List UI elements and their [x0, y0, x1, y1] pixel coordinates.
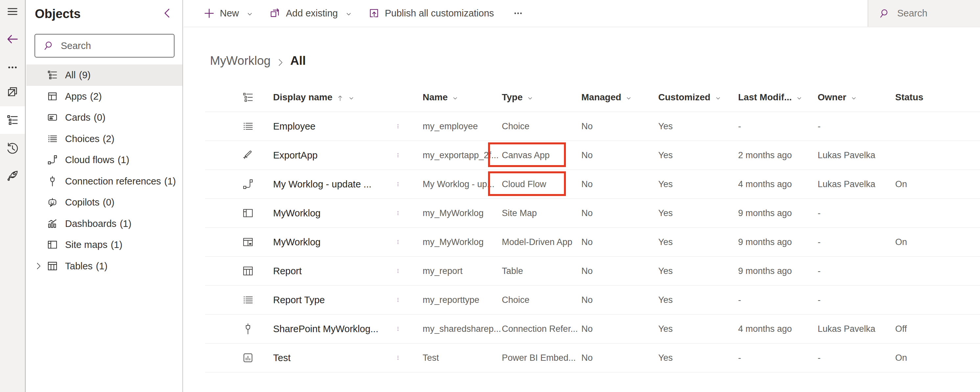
cell-type: Model-Driven App [502, 237, 573, 247]
publish-all-button[interactable]: Publish all customizations [368, 8, 494, 19]
table-row[interactable]: Test Test Power BI Embed... No Yes - - O… [205, 344, 980, 373]
command-overflow-button[interactable] [512, 8, 524, 19]
table-icon [242, 265, 254, 277]
choice-icon [242, 120, 254, 132]
row-menu-button[interactable] [396, 177, 400, 192]
sidebar-item-choices[interactable]: Choices(2) [26, 128, 182, 150]
objects-table: Display name Name Type Managed Cu [205, 83, 980, 373]
back-arrow-icon[interactable] [6, 33, 19, 46]
table-row[interactable]: My Worklog - update ... My Worklog - up.… [205, 170, 980, 199]
annotation-highlight-box [488, 171, 566, 196]
column-header-display-name[interactable]: Display name [273, 92, 355, 103]
cell-type: Site Map [502, 208, 537, 218]
global-search[interactable] [868, 0, 980, 27]
row-menu-button[interactable] [396, 350, 400, 365]
cell-name: My Worklog - up... [423, 179, 495, 190]
chevron-left-icon[interactable] [161, 7, 173, 19]
command-bar: New Add existing Publish all customizati… [184, 0, 980, 27]
cell-type: Choice [502, 295, 530, 305]
cell-last-modified: 4 months ago [738, 324, 792, 334]
cell-type: Power BI Embed... [502, 353, 576, 363]
cell-customized: Yes [658, 208, 673, 218]
breadcrumb-parent[interactable]: MyWorklog [210, 54, 270, 68]
history-icon[interactable] [6, 142, 19, 155]
column-header-last-modified[interactable]: Last Modif... [738, 92, 803, 103]
objects-icon[interactable] [6, 113, 19, 127]
cell-managed: No [581, 353, 593, 363]
add-existing-button[interactable]: Add existing [269, 8, 353, 19]
row-menu-button[interactable] [396, 263, 400, 279]
solutions-icon[interactable] [6, 86, 19, 99]
row-menu-button[interactable] [396, 292, 400, 308]
sidebar-item-connection-references[interactable]: Connection references(1) [26, 171, 182, 192]
cell-last-modified: - [738, 353, 741, 363]
chevron-down-icon [452, 94, 459, 101]
cell-name: my_MyWorklog [423, 208, 484, 218]
cell-display-name[interactable]: SharePoint MyWorklog... [273, 323, 378, 335]
sidebar-item-apps[interactable]: Apps(2) [26, 86, 182, 107]
apps-icon [47, 91, 58, 102]
cell-customized: Yes [658, 295, 673, 305]
chevron-down-icon [850, 94, 858, 101]
sidebar-item-cloud-flows[interactable]: Cloud flows(1) [26, 149, 182, 171]
column-header-owner[interactable]: Owner [818, 92, 858, 103]
table-row[interactable]: Report my_report Table No Yes 9 months a… [205, 257, 980, 286]
chevron-down-icon [625, 94, 632, 101]
cell-display-name[interactable]: Test [273, 352, 291, 363]
column-header-type[interactable]: Type [502, 92, 534, 103]
column-header-status[interactable]: Status [895, 92, 923, 103]
copilots-icon [47, 197, 58, 208]
app-root: Objects All(9) Apps(2) Cards(0) Choices(… [0, 0, 980, 392]
table-row[interactable]: MyWorklog my_MyWorklog Model-Driven App … [205, 228, 980, 257]
cell-name: my_reporttype [423, 295, 479, 305]
table-row[interactable]: MyWorklog my_MyWorklog Site Map No Yes 9… [205, 199, 980, 228]
cell-status: Off [895, 324, 907, 334]
more-icon [512, 8, 524, 19]
select-all-icon[interactable] [242, 91, 254, 104]
table-header-row: Display name Name Type Managed Cu [205, 83, 980, 112]
column-header-customized[interactable]: Customized [658, 92, 722, 103]
sidebar-item-cards[interactable]: Cards(0) [26, 107, 182, 128]
table-row[interactable]: ExportApp my_exportapp_2f... Canvas App … [205, 141, 980, 170]
rocket-icon[interactable] [6, 169, 19, 182]
cell-managed: No [581, 295, 593, 305]
cell-managed: No [581, 150, 593, 161]
canvas-app-icon [242, 149, 254, 161]
row-menu-button[interactable] [396, 206, 400, 221]
cell-display-name[interactable]: Report Type [273, 295, 325, 306]
table-row[interactable]: SharePoint MyWorklog... my_sharedsharep.… [205, 315, 980, 344]
column-header-managed[interactable]: Managed [581, 92, 632, 103]
chevron-right-icon[interactable] [34, 262, 43, 270]
table-row[interactable]: Employee my_employee Choice No Yes - - [205, 112, 980, 141]
sidebar-item-all[interactable]: All(9) [26, 64, 182, 86]
column-header-name[interactable]: Name [423, 92, 459, 103]
row-menu-button[interactable] [396, 234, 400, 250]
chevron-down-icon [714, 94, 722, 101]
table-row[interactable]: Report Type my_reporttype Choice No Yes … [205, 286, 980, 315]
cell-display-name[interactable]: Report [273, 266, 302, 277]
cell-display-name[interactable]: MyWorklog [273, 208, 321, 219]
cell-display-name[interactable]: MyWorklog [273, 237, 321, 248]
row-menu-button[interactable] [396, 321, 400, 336]
cards-icon [47, 112, 58, 123]
row-menu-button[interactable] [396, 119, 400, 134]
sidebar-item-dashboards[interactable]: Dashboards(1) [26, 213, 182, 234]
cell-owner: - [818, 237, 821, 247]
cell-customized: Yes [658, 150, 673, 161]
global-search-input[interactable] [897, 8, 969, 19]
publish-all-button-label: Publish all customizations [385, 8, 494, 19]
cell-display-name[interactable]: My Worklog - update ... [273, 179, 371, 190]
more-icon[interactable] [6, 61, 19, 74]
sidebar-item-site-maps[interactable]: Site maps(1) [26, 234, 182, 255]
menu-icon[interactable] [6, 5, 19, 18]
sidebar-search-input[interactable] [60, 40, 165, 52]
new-button[interactable]: New [204, 8, 254, 19]
cell-display-name[interactable]: Employee [273, 121, 315, 132]
sidebar-item-copilots[interactable]: Copilots(0) [26, 192, 182, 213]
sidebar-search[interactable] [35, 34, 175, 57]
cell-display-name[interactable]: ExportApp [273, 150, 317, 161]
cell-customized: Yes [658, 353, 673, 363]
sidebar-item-tables[interactable]: Tables(1) [26, 255, 182, 277]
row-menu-button[interactable] [396, 148, 400, 163]
chevron-right-icon [276, 56, 285, 65]
